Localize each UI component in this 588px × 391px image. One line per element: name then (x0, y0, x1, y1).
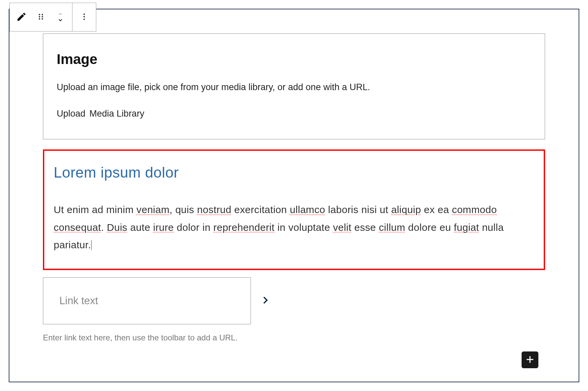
svg-point-6 (39, 18, 40, 19)
svg-point-3 (42, 14, 43, 15)
image-block-placeholder[interactable]: Image Upload an image file, pick one fro… (43, 34, 545, 139)
add-block-button[interactable] (522, 351, 538, 368)
selected-block[interactable]: Lorem ipsum dolor Ut enim ad minim venia… (43, 149, 545, 270)
svg-point-9 (84, 16, 85, 17)
more-vertical-icon (80, 12, 89, 22)
drag-handle-button[interactable] (31, 7, 51, 27)
editor-canvas: Image Upload an image file, pick one fro… (9, 9, 579, 382)
link-text-placeholder: Link text (59, 295, 98, 307)
content-area: Image Upload an image file, pick one fro… (43, 34, 545, 375)
block-paragraph[interactable]: Ut enim ad minim veniam, quis nostrud ex… (54, 201, 534, 254)
more-options-button[interactable] (74, 7, 94, 27)
chevron-up-icon[interactable] (56, 11, 64, 17)
pencil-icon (16, 11, 27, 23)
plus-icon (525, 354, 535, 366)
media-library-button[interactable]: Media Library (90, 109, 145, 119)
image-block-title: Image (57, 51, 531, 67)
image-block-description: Upload an image file, pick one from your… (57, 82, 531, 92)
drag-handle-icon (37, 12, 45, 22)
chevron-down-icon[interactable] (56, 17, 64, 23)
edit-block-button[interactable] (12, 7, 31, 27)
svg-point-8 (84, 13, 85, 15)
text-cursor (91, 240, 92, 250)
chevron-right-icon[interactable] (260, 294, 270, 308)
link-block-row: Link text (43, 277, 545, 324)
svg-point-10 (84, 18, 85, 20)
svg-point-4 (39, 16, 40, 17)
block-heading[interactable]: Lorem ipsum dolor (54, 164, 534, 181)
upload-button[interactable]: Upload (57, 109, 86, 119)
svg-point-2 (39, 14, 40, 15)
link-text-input[interactable]: Link text (43, 277, 251, 324)
link-helper-text: Enter link text here, then use the toolb… (43, 333, 545, 342)
svg-point-7 (42, 18, 43, 19)
move-block-buttons[interactable] (51, 7, 70, 27)
block-toolbar (9, 3, 96, 31)
svg-point-5 (42, 16, 43, 17)
image-block-actions: Upload Media Library (57, 109, 531, 119)
